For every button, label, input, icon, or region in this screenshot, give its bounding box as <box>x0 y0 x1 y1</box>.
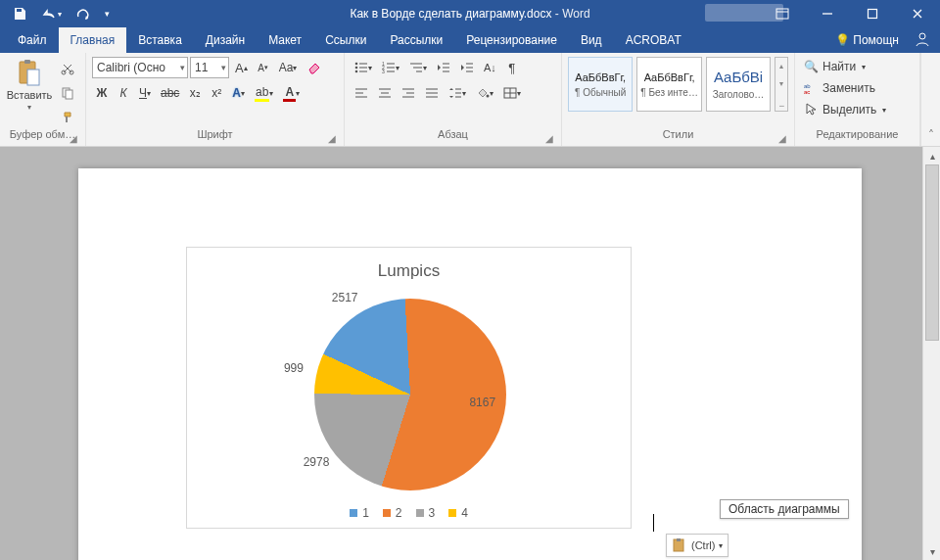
decrease-indent-button[interactable] <box>433 57 454 78</box>
minimize-button[interactable] <box>805 0 850 27</box>
show-marks-button[interactable]: ¶ <box>502 57 522 78</box>
font-name-value: Calibri (Осно <box>97 61 165 74</box>
align-center-icon <box>378 87 392 99</box>
sort-button[interactable]: A↓ <box>480 57 500 78</box>
copy-button[interactable] <box>57 82 78 104</box>
chart-data-label: 999 <box>284 361 304 375</box>
style-heading1[interactable]: АаБбВі Заголово… <box>706 57 771 112</box>
ribbon-tabs: Файл Главная Вставка Дизайн Макет Ссылки… <box>0 27 940 53</box>
group-font: Calibri (Осно▾ 11▾ A▴ A▾ Aa▾ Ж К Ч▾ abc … <box>86 53 345 146</box>
tab-view[interactable]: Вид <box>569 27 614 53</box>
collapse-ribbon-button[interactable]: ˄ <box>920 53 940 146</box>
account-button[interactable] <box>915 31 930 50</box>
paste-options-label: (Ctrl) <box>691 539 715 551</box>
bold-button[interactable]: Ж <box>92 82 112 104</box>
save-button[interactable] <box>6 2 33 25</box>
shrink-font-button[interactable]: A▾ <box>254 57 273 78</box>
spacing-icon <box>448 87 462 99</box>
font-size-combo[interactable]: 11▾ <box>190 57 229 78</box>
chart-tooltip: Область диаграммы <box>720 499 849 519</box>
change-case-button[interactable]: Aa▾ <box>275 57 302 78</box>
strikethrough-button[interactable]: abc <box>157 82 183 104</box>
legend-label: 3 <box>429 506 436 520</box>
cursor-icon <box>803 103 819 117</box>
group-styles-label: Стили <box>663 128 694 140</box>
format-painter-button[interactable] <box>57 107 78 128</box>
window-title: Как в Ворде сделать диаграмму.docx - Wor… <box>350 7 589 21</box>
font-name-combo[interactable]: Calibri (Осно▾ <box>92 57 188 78</box>
chevron-down-icon: ▾ <box>779 79 783 88</box>
tab-insert[interactable]: Вставка <box>126 27 194 53</box>
tab-file[interactable]: Файл <box>6 27 59 53</box>
save-icon <box>13 7 26 21</box>
paragraph-dialog-launcher[interactable]: ◢ <box>543 132 555 144</box>
styles-dialog-launcher[interactable]: ◢ <box>776 132 788 144</box>
replace-button[interactable]: abacЗаменить <box>801 78 914 98</box>
vertical-scrollbar[interactable]: ▴ ▾ <box>922 147 940 560</box>
group-paragraph-label: Абзац <box>438 128 468 140</box>
increase-indent-button[interactable] <box>456 57 478 78</box>
scroll-thumb[interactable] <box>925 164 939 341</box>
clear-formatting-button[interactable] <box>303 57 326 78</box>
cut-button[interactable] <box>57 58 78 79</box>
superscript-button[interactable]: x² <box>207 82 226 104</box>
multilevel-list-button[interactable]: ▾ <box>405 57 431 78</box>
qat-customize-button[interactable]: ▾ <box>100 2 114 25</box>
find-button[interactable]: 🔍Найти▾ <box>801 57 914 76</box>
paste-options-button[interactable]: (Ctrl) ▾ <box>666 534 728 557</box>
tab-home[interactable]: Главная <box>59 27 127 53</box>
chart-object[interactable]: Lumpics 1234 251781672978999 <box>186 247 632 529</box>
line-spacing-button[interactable]: ▾ <box>445 82 470 104</box>
align-left-button[interactable] <box>351 82 372 104</box>
style-normal[interactable]: АаБбВвГг, ¶ Обычный <box>568 57 633 112</box>
subscript-button[interactable]: x₂ <box>185 82 205 104</box>
document-name: Как в Ворде сделать диаграмму.docx <box>350 7 551 21</box>
underline-button[interactable]: Ч▾ <box>135 82 155 104</box>
tab-acrobat[interactable]: ACROBAT <box>614 27 693 53</box>
maximize-button[interactable] <box>850 0 895 27</box>
undo-button[interactable]: ▾ <box>37 2 65 25</box>
search-icon: 🔍 <box>803 60 819 73</box>
styles-gallery-scroll[interactable]: ▴ ▾ ⎯ <box>775 57 788 112</box>
select-button[interactable]: Выделить▾ <box>801 100 914 119</box>
align-right-button[interactable] <box>398 82 419 104</box>
align-center-button[interactable] <box>374 82 396 104</box>
app-name-suffix: - Word <box>551 7 589 21</box>
bullets-button[interactable]: ▾ <box>351 57 376 78</box>
justify-button[interactable] <box>421 82 443 104</box>
tab-mailings[interactable]: Рассылки <box>378 27 454 53</box>
ribbon-display-options-button[interactable] <box>760 0 805 27</box>
borders-button[interactable]: ▾ <box>499 82 525 104</box>
redo-button[interactable] <box>69 2 96 25</box>
style-no-spacing[interactable]: АаБбВвГг, ¶ Без инте… <box>636 57 701 112</box>
chart-title: Lumpics <box>187 261 631 281</box>
scroll-down-button[interactable]: ▾ <box>923 542 940 560</box>
legend-swatch <box>383 509 391 517</box>
numbering-button[interactable]: 123▾ <box>378 57 403 78</box>
svg-rect-3 <box>869 10 877 19</box>
tell-me[interactable]: 💡 Помощн <box>835 33 899 47</box>
scroll-up-button[interactable]: ▴ <box>923 147 940 164</box>
italic-button[interactable]: К <box>114 82 133 104</box>
shading-button[interactable]: ▾ <box>472 82 497 104</box>
font-color-button[interactable]: A▾ <box>279 82 304 104</box>
chart-legend: 1234 <box>187 506 631 520</box>
highlight-button[interactable]: ab▾ <box>251 82 277 104</box>
tab-references[interactable]: Ссылки <box>313 27 378 53</box>
brush-icon <box>61 111 74 124</box>
redo-icon <box>75 7 89 21</box>
font-size-value: 11 <box>195 61 208 74</box>
svg-rect-55 <box>677 538 681 541</box>
legend-swatch <box>416 509 424 517</box>
legend-item: 3 <box>416 506 436 520</box>
tab-review[interactable]: Рецензирование <box>454 27 569 53</box>
clipboard-dialog-launcher[interactable]: ◢ <box>68 132 79 144</box>
tab-design[interactable]: Дизайн <box>194 27 257 53</box>
tab-layout[interactable]: Макет <box>257 27 313 53</box>
close-button[interactable] <box>895 0 940 27</box>
grow-font-button[interactable]: A▴ <box>231 57 252 78</box>
font-dialog-launcher[interactable]: ◢ <box>326 132 338 144</box>
paste-button[interactable]: Вставить ▾ <box>6 57 53 121</box>
chart-data-label: 8167 <box>469 396 495 409</box>
text-effects-button[interactable]: A▾ <box>228 82 249 104</box>
